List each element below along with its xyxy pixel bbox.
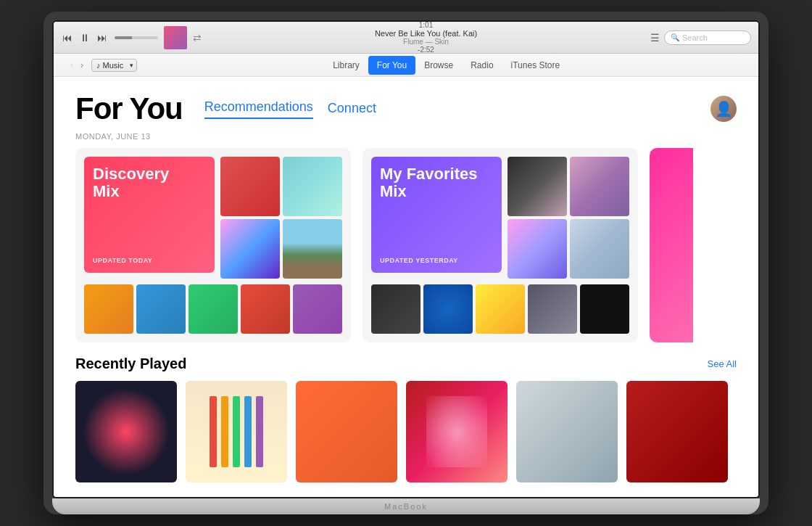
source-label: Music [103, 61, 124, 70]
discovery-album-1 [84, 284, 133, 334]
nav-arrows: ‹ › [68, 59, 86, 72]
recent-card-1[interactable] [75, 381, 177, 482]
nav-forward-button[interactable]: › [78, 59, 86, 72]
chevron-down-icon: ▾ [130, 62, 133, 69]
discovery-album-4 [241, 284, 290, 334]
sub-tabs: Recommendations Connect [204, 99, 376, 119]
navbar: ‹ › ♪ Music ▾ Library For You Browse Rad… [54, 54, 758, 77]
transport-controls: ⏮ ⏸ ⏭ [61, 30, 109, 45]
tab-library[interactable]: Library [324, 56, 368, 75]
tab-browse[interactable]: Browse [415, 56, 462, 75]
favorites-mix-top: My Favorites Mix UPDATED YESTERDAY [371, 157, 629, 279]
partial-mix-card [650, 148, 693, 342]
favorites-mix-hero: My Favorites Mix UPDATED YESTERDAY [371, 157, 502, 273]
discovery-mix-top: DiscoveryMix UPDATED TODAY [84, 157, 342, 279]
mix-img-4 [283, 219, 342, 279]
recently-played-row [75, 381, 737, 482]
page-title: For You [75, 91, 183, 126]
toolbar-right: ☰ 🔍 Search [650, 30, 751, 45]
time-remaining-value: -2:52 [418, 46, 434, 54]
partial-mix-hero [650, 148, 693, 342]
fav-album-5 [580, 284, 629, 334]
discovery-album-2 [136, 284, 186, 334]
laptop-brand-label: MacBook [384, 502, 428, 511]
mix-img-3 [220, 219, 280, 279]
recent-card-4[interactable] [406, 381, 508, 482]
fav-album-3 [476, 284, 525, 334]
favorites-mix-card[interactable]: My Favorites Mix UPDATED YESTERDAY [362, 148, 638, 342]
time-elapsed: 1:01 [419, 21, 433, 29]
source-selector[interactable]: ♪ Music ▾ [91, 59, 137, 72]
fav-album-4 [528, 284, 577, 334]
nav-tabs: Library For You Browse Radio iTunes Stor… [324, 56, 568, 75]
fav-album-1 [371, 284, 420, 334]
shuffle-icon[interactable]: ⇄ [193, 32, 202, 44]
fav-img-3 [508, 219, 567, 279]
laptop-bottom: MacBook [52, 498, 760, 514]
sub-tab-recommendations[interactable]: Recommendations [204, 99, 313, 119]
now-playing-thumb [164, 26, 187, 49]
nav-back-button[interactable]: ‹ [68, 59, 75, 72]
list-icon[interactable]: ☰ [650, 32, 660, 44]
recent-card-2[interactable] [186, 381, 287, 482]
avatar[interactable]: 👤 [710, 96, 737, 122]
recently-played-title: Recently Played [75, 356, 186, 372]
tab-for-you[interactable]: For You [368, 56, 415, 75]
recent-card-3[interactable] [296, 381, 397, 482]
fast-forward-button[interactable]: ⏭ [96, 30, 109, 45]
recent-card-5[interactable] [516, 381, 618, 482]
recent-card-6[interactable] [626, 381, 728, 482]
favorites-mix-updated: UPDATED YESTERDAY [380, 257, 493, 264]
discovery-mix-updated: UPDATED TODAY [93, 257, 206, 264]
time-remaining: -2:52 [418, 46, 434, 54]
fav-img-1 [508, 157, 567, 216]
fav-img-2 [570, 157, 629, 216]
discovery-album-5 [293, 284, 342, 334]
search-box[interactable]: 🔍 Search [664, 30, 751, 45]
toolbar: ⏮ ⏸ ⏭ ⇄ 1:01 Never Be Like You (feat. Ka… [54, 22, 758, 54]
tab-itunes-store[interactable]: iTunes Store [502, 56, 569, 75]
track-info: 1:01 Never Be Like You (feat. Kai) Flume… [207, 21, 645, 54]
volume-slider[interactable] [115, 36, 158, 39]
mix-img-1 [220, 157, 280, 216]
fav-img-4 [570, 219, 629, 279]
main-content: For You Recommendations Connect 👤 Monday… [54, 77, 758, 497]
discovery-mix-title: DiscoveryMix [93, 165, 206, 200]
track-times: 1:01 [419, 21, 433, 29]
track-artist: Flume — Skin [403, 38, 449, 46]
rewind-button[interactable]: ⏮ [61, 30, 74, 45]
search-icon: 🔍 [671, 33, 679, 41]
favorites-mix-images [508, 157, 629, 279]
discovery-mix-hero: DiscoveryMix UPDATED TODAY [84, 157, 215, 273]
recently-played-section-header: Recently Played See All [75, 356, 737, 372]
discovery-mix-bottom [84, 284, 342, 334]
see-all-button[interactable]: See All [708, 358, 737, 369]
page-header: For You Recommendations Connect 👤 [75, 91, 737, 126]
search-placeholder: Search [682, 33, 708, 42]
date-label: Monday, June 13 [75, 132, 737, 141]
favorites-mix-title: My Favorites Mix [380, 165, 493, 200]
mixes-row: DiscoveryMix UPDATED TODAY [75, 148, 737, 342]
mix-img-2 [283, 157, 342, 216]
discovery-mix-images [220, 157, 342, 279]
discovery-mix-card[interactable]: DiscoveryMix UPDATED TODAY [75, 148, 351, 342]
play-pause-button[interactable]: ⏸ [78, 30, 91, 45]
track-title: Never Be Like You (feat. Kai) [375, 29, 477, 38]
music-note-icon: ♪ [96, 61, 101, 70]
fav-album-2 [423, 284, 473, 334]
tab-radio[interactable]: Radio [462, 56, 502, 75]
favorites-mix-bottom [371, 284, 629, 334]
sub-tab-connect[interactable]: Connect [328, 101, 376, 119]
discovery-album-3 [188, 284, 238, 334]
